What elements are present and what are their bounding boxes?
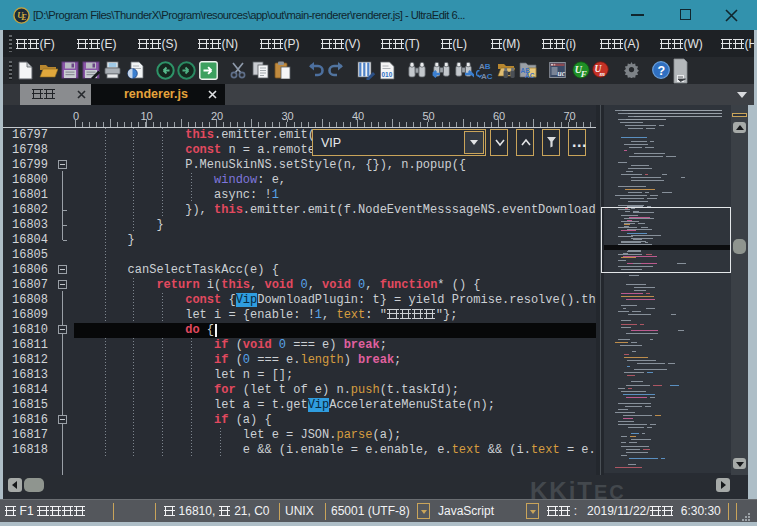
svg-text:AC: AC xyxy=(481,72,493,81)
svg-text:?: ? xyxy=(657,64,665,78)
svg-text:010: 010 xyxy=(382,71,393,78)
svg-text:uc: uc xyxy=(558,69,566,78)
svg-text:E: E xyxy=(20,13,27,22)
svg-text:AC: AC xyxy=(525,72,535,79)
svg-text:m: m xyxy=(600,70,606,78)
svg-text:F: F xyxy=(580,69,587,79)
svg-text:AB: AB xyxy=(479,62,491,71)
